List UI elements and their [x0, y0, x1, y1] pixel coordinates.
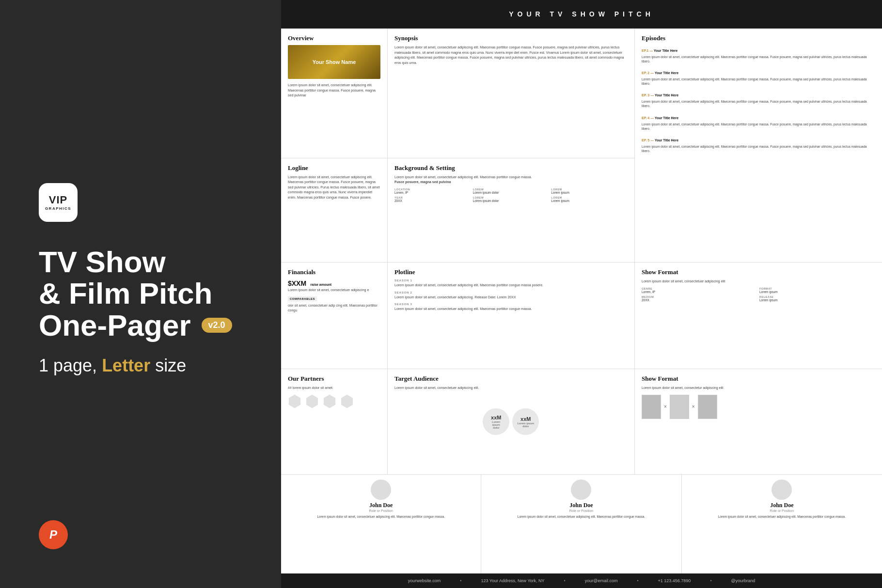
audience-circle-2: xxM Lorem ipsum dolor: [512, 408, 539, 435]
format-img-1: [642, 395, 661, 419]
ep5-title: Your Title Here: [655, 139, 678, 142]
ep5-label: EP. 5 —: [642, 139, 655, 142]
partners-text: ## lorem ipsum dolor sit amet:: [288, 386, 380, 391]
logline-title: Logline: [288, 164, 380, 172]
partners-title: Our Partners: [288, 375, 380, 383]
subtitle-text: 1 page, Letter size: [39, 356, 186, 376]
ep1-text: Lorem ipsum dolor sit amet, consectetuer…: [642, 55, 875, 63]
main-container: VIP GRAPHICS TV Show & Film Pitch One-Pa…: [0, 0, 882, 588]
subtitle-line: 1 page, Letter size: [39, 356, 186, 376]
team-bio-2: Lorem ipsum dolor sit amet, consectetuer…: [518, 514, 645, 519]
team-role-2: Role or Position: [569, 509, 593, 512]
doc-header: YOUR TV SHOW PITCH: [281, 0, 882, 29]
subtitle-suffix: size: [150, 356, 186, 375]
comparables-text: olor sit amet, consectetuer adip cing el…: [288, 303, 380, 313]
subtitle-prefix: 1 page,: [39, 356, 102, 375]
ep3-label: EP. 3 —: [642, 93, 655, 97]
format-x: ×: [664, 404, 667, 409]
format-grid: GENRE Lorem, IP FORMAT Lorem ipsum MEDIU…: [642, 287, 875, 302]
synopsis-text: Lorem ipsum dolor sit amet, consectetuer…: [394, 45, 628, 65]
footer-phone: +1 123.456.7890: [658, 578, 691, 583]
partner-icon-1: [288, 395, 301, 408]
ep5-text: Lorem ipsum dolor sit amet, consectetuer…: [642, 144, 875, 153]
format-img-3: [698, 395, 717, 419]
show-format-bottom-text: Lorem ipsum dolor sit amet, consectetur …: [642, 386, 875, 391]
background-section: Background & Setting Lorem ipsum dolor s…: [388, 158, 635, 263]
background-text: Lorem ipsum dolor sit amet, consectetuer…: [394, 175, 628, 185]
plotline-title: Plotline: [394, 268, 628, 276]
team-name-3: John Doe: [770, 502, 793, 509]
ep-item-2: EP. 2 — Your Title Here Lorem ipsum dolo…: [642, 67, 875, 86]
ep4-text: Lorem ipsum dolor sit amet, consectetuer…: [642, 122, 875, 131]
background-title: Background & Setting: [394, 164, 628, 172]
logline-section: Logline Lorem ipsum dolor sit amet, cons…: [281, 158, 388, 263]
synopsis-title: Synopsis: [394, 34, 628, 42]
show-format-top-title: Show Format: [642, 268, 875, 276]
episodes-title: Episodes: [642, 34, 875, 42]
target-text: Lorem ipsum dolor sit amet, consectetuer…: [394, 386, 479, 391]
episodes-list: EP.1 — Your Title Here Lorem ipsum dolor…: [642, 45, 875, 153]
team-section: John Doe Role or Position Lorem ipsum do…: [281, 475, 882, 573]
team-role-3: Role or Position: [770, 509, 794, 512]
format-format: FORMAT Lorem ipsum: [759, 287, 875, 294]
episodes-section: Episodes EP.1 — Your Title Here Lorem ip…: [635, 29, 882, 263]
ep4-title: Your Title Here: [655, 116, 678, 120]
title-line3: One-Pager: [39, 309, 191, 341]
team-avatar-2: [571, 480, 591, 500]
title-line2: & Film Pitch: [39, 278, 232, 309]
logo-box: VIP GRAPHICS: [39, 183, 78, 222]
bg-field-lorem4: LOREM Lorem ipsum: [551, 196, 628, 202]
logo-vip-text: VIP: [49, 195, 67, 205]
financials-raise: $XXM raise amount: [288, 279, 380, 288]
document-panel: YOUR TV SHOW PITCH Overview Your Show Na…: [281, 0, 882, 588]
bg-field-lorem3: LOREM Lorem ipsum dolor: [473, 196, 550, 202]
partners-section: Our Partners ## lorem ipsum dolor sit am…: [281, 369, 388, 475]
team-member-3: John Doe Role or Position Lorem ipsum do…: [682, 475, 882, 573]
show-format-bottom: Show Format Lorem ipsum dolor sit amet, …: [635, 369, 882, 475]
ep4-label: EP. 4 —: [642, 116, 655, 120]
synopsis-section: Synopsis Lorem ipsum dolor sit amet, con…: [388, 29, 635, 158]
ep-item-4: EP. 4 — Your Title Here Lorem ipsum dolo…: [642, 112, 875, 131]
overview-text: Lorem ipsum dolor sit amet, consectetuer…: [288, 83, 380, 98]
ep2-title: Your Title Here: [655, 71, 678, 75]
version-badge: v2.0: [202, 318, 232, 333]
footer-social: @yourbrand: [731, 578, 756, 583]
comparables-label: COMPARABLES: [288, 296, 317, 301]
show-name: Your Show Name: [313, 59, 356, 65]
partner-icon-3: [323, 395, 336, 408]
season1-text: Lorem ipsum dolor sit amet, consectetuer…: [394, 283, 628, 288]
team-name-1: John Doe: [369, 502, 393, 509]
doc-header-title: YOUR TV SHOW PITCH: [509, 10, 654, 18]
footer-address: 123 Your Address, New York, NY: [481, 578, 544, 583]
logo-graphics-text: GRAPHICS: [45, 206, 71, 211]
financials-section: Financials $XXM raise amount Lorem ipsum…: [281, 263, 388, 369]
format-medium: MEDIUM 20XX: [642, 295, 757, 302]
main-title: TV Show & Film Pitch One-Pager v2.0: [39, 246, 232, 340]
financials-text: Lorem ipsum dolor sit amet, consectetuer…: [288, 288, 380, 293]
partner-icon-4: [340, 395, 354, 408]
logline-text: Lorem ipsum dolor sit amet, consectetuer…: [288, 175, 380, 201]
partner-icons: [288, 395, 380, 408]
ep-item-1: EP.1 — Your Title Here Lorem ipsum dolor…: [642, 45, 875, 63]
format-genre: GENRE Lorem, IP: [642, 287, 757, 294]
team-member-1: John Doe Role or Position Lorem ipsum do…: [281, 475, 481, 573]
left-panel: VIP GRAPHICS TV Show & Film Pitch One-Pa…: [0, 0, 281, 588]
background-grid: LOCATION Lorem, IP LOREM Lorem ipsum dol…: [394, 188, 628, 202]
team-bio-3: Lorem ipsum dolor sit amet, consectetuer…: [718, 514, 846, 519]
ep1-label: EP.1 —: [642, 49, 654, 52]
bg-field-lorem1: LOREM Lorem ipsum dolor: [473, 188, 550, 194]
show-format-top: Show Format Lorem ipsum dolor sit amet, …: [635, 263, 882, 369]
format-img-2: [670, 395, 689, 419]
target-content: Target Audience Lorem ipsum dolor sit am…: [394, 375, 479, 468]
ep2-label: EP. 2 —: [642, 71, 655, 75]
team-name-2: John Doe: [569, 502, 593, 509]
bg-field-year: YEAR 20XX: [394, 196, 471, 202]
team-role-1: Role or Position: [369, 509, 393, 512]
footer-email: your@email.com: [585, 578, 618, 583]
format-x2: ×: [692, 404, 695, 409]
doc-content: Overview Your Show Name Lorem ipsum dolo…: [281, 29, 882, 573]
show-image: Your Show Name: [288, 45, 380, 79]
ep2-text: Lorem ipsum dolor sit amet, consectetuer…: [642, 77, 875, 86]
subtitle-letter: Letter: [102, 356, 150, 375]
season2-label: SEASON 2: [394, 291, 628, 294]
